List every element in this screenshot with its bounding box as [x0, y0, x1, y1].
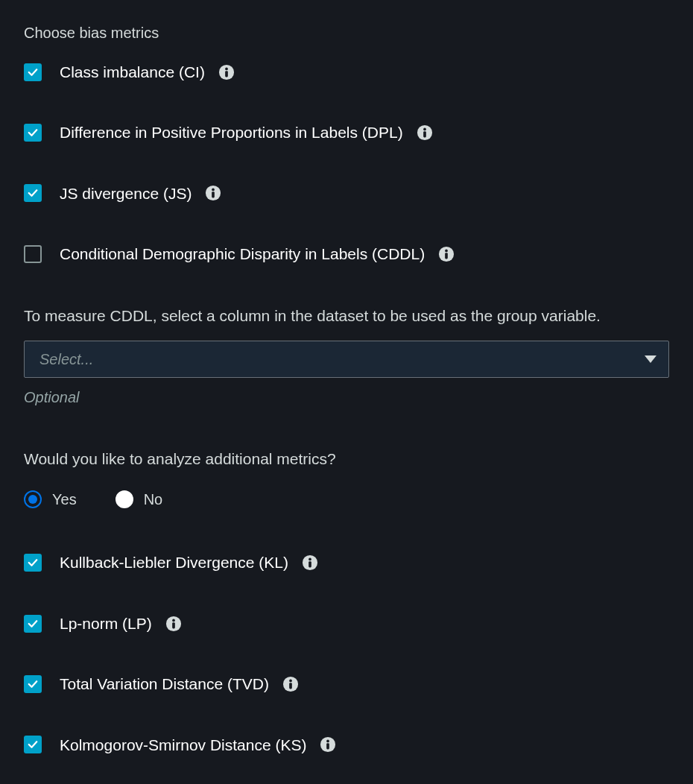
- metric-row-tvd: Total Variation Distance (TVD): [24, 673, 669, 695]
- info-icon[interactable]: [218, 64, 235, 80]
- svg-rect-2: [225, 71, 228, 77]
- metric-row-dpl: Difference in Positive Proportions in La…: [24, 121, 669, 143]
- checkbox-dpl[interactable]: [24, 124, 42, 142]
- metric-label-dpl: Difference in Positive Proportions in La…: [60, 121, 403, 143]
- metric-label-ks: Kolmogorov-Smirnov Distance (KS): [60, 734, 306, 756]
- metric-row-class-imbalance: Class imbalance (CI): [24, 61, 669, 83]
- svg-point-19: [289, 680, 292, 683]
- select-placeholder: Select...: [39, 349, 93, 370]
- radio-option-no[interactable]: No: [116, 489, 163, 510]
- checkbox-cddl[interactable]: [24, 245, 42, 263]
- radio-yes-label: Yes: [52, 489, 77, 510]
- svg-rect-11: [445, 253, 448, 259]
- additional-question: Would you like to analyze additional met…: [24, 448, 669, 470]
- checkbox-tvd[interactable]: [24, 675, 42, 693]
- svg-point-13: [308, 558, 311, 561]
- radio-no-label: No: [144, 489, 163, 510]
- svg-rect-14: [308, 561, 311, 567]
- checkbox-class-imbalance[interactable]: [24, 63, 42, 81]
- chevron-down-icon: [645, 355, 656, 363]
- svg-point-7: [212, 189, 215, 192]
- svg-point-1: [225, 67, 228, 70]
- radio-yes[interactable]: [24, 490, 42, 508]
- section-title: Choose bias metrics: [24, 22, 669, 43]
- metric-row-kl: Kullback-Liebler Divergence (KL): [24, 551, 669, 573]
- checkbox-js-divergence[interactable]: [24, 184, 42, 202]
- checkbox-lp-norm[interactable]: [24, 615, 42, 633]
- cddl-description: To measure CDDL, select a column in the …: [24, 304, 669, 328]
- metric-row-ks: Kolmogorov-Smirnov Distance (KS): [24, 734, 669, 756]
- metric-label-class-imbalance: Class imbalance (CI): [60, 61, 205, 83]
- svg-rect-23: [327, 743, 330, 749]
- metric-row-cddl: Conditional Demographic Disparity in Lab…: [24, 243, 669, 265]
- cddl-column-select[interactable]: Select...: [24, 341, 669, 378]
- metric-row-js-divergence: JS divergence (JS): [24, 183, 669, 204]
- svg-rect-5: [423, 131, 426, 137]
- metric-label-tvd: Total Variation Distance (TVD): [60, 673, 269, 695]
- metric-label-lp-norm: Lp-norm (LP): [60, 613, 152, 634]
- radio-no[interactable]: [116, 490, 133, 508]
- info-icon[interactable]: [438, 246, 455, 262]
- svg-point-4: [423, 128, 426, 131]
- metric-label-cddl: Conditional Demographic Disparity in Lab…: [60, 243, 425, 265]
- checkbox-ks[interactable]: [24, 736, 42, 753]
- metric-label-js-divergence: JS divergence (JS): [60, 183, 192, 204]
- svg-rect-17: [172, 622, 175, 628]
- radio-option-yes[interactable]: Yes: [24, 489, 77, 510]
- additional-radio-group: Yes No: [24, 489, 669, 510]
- metric-row-lp-norm: Lp-norm (LP): [24, 613, 669, 634]
- metric-label-kl: Kullback-Liebler Divergence (KL): [60, 551, 288, 573]
- optional-label: Optional: [24, 387, 669, 408]
- svg-rect-20: [289, 683, 292, 689]
- info-icon[interactable]: [282, 676, 299, 692]
- checkbox-kl[interactable]: [24, 554, 42, 572]
- svg-rect-8: [212, 192, 215, 198]
- info-icon[interactable]: [165, 616, 182, 632]
- info-icon[interactable]: [320, 736, 336, 753]
- svg-point-10: [445, 249, 448, 252]
- info-icon[interactable]: [205, 185, 221, 201]
- svg-point-22: [327, 740, 330, 743]
- info-icon[interactable]: [417, 124, 433, 141]
- info-icon[interactable]: [302, 554, 318, 571]
- svg-point-16: [172, 619, 175, 622]
